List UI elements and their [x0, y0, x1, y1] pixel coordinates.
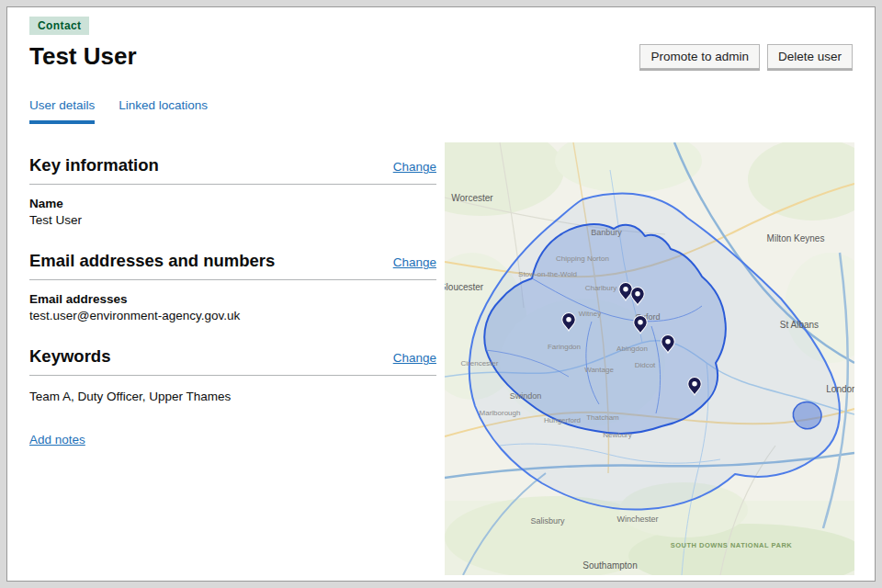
- map-pin[interactable]: [619, 282, 632, 300]
- promote-to-admin-button[interactable]: Promote to admin: [639, 44, 760, 69]
- change-key-information-link[interactable]: Change: [393, 160, 436, 174]
- change-keywords-link[interactable]: Change: [393, 351, 436, 365]
- tab-linked-locations[interactable]: Linked locations: [119, 98, 208, 124]
- delete-user-button[interactable]: Delete user: [767, 44, 853, 69]
- name-label: Name: [29, 197, 436, 210]
- keywords-heading: Keywords: [29, 346, 110, 367]
- key-information-section: Key information Change Name Test User: [29, 155, 436, 227]
- page-title: Test User: [29, 42, 137, 71]
- tab-bar: User details Linked locations: [29, 98, 853, 124]
- name-value: Test User: [29, 213, 436, 227]
- email-addresses-value: test.user@environment-agency.gov.uk: [29, 309, 436, 322]
- map[interactable]: WorcesterGloucesterBanburyMilton KeynesS…: [445, 142, 854, 575]
- email-addresses-label: Email addresses: [29, 292, 436, 306]
- keywords-section: Keywords Change Team A, Duty Officer, Up…: [29, 346, 436, 403]
- change-email-link[interactable]: Change: [393, 255, 436, 269]
- page: Contact Test User Promote to admin Delet…: [6, 6, 876, 582]
- map-pin[interactable]: [688, 377, 701, 395]
- add-notes-link[interactable]: Add notes: [29, 433, 85, 447]
- map-pin[interactable]: [634, 315, 647, 334]
- contact-tag: Contact: [29, 17, 89, 35]
- email-section: Email addresses and numbers Change Email…: [29, 251, 436, 322]
- map-pin[interactable]: [631, 287, 644, 305]
- map-pin-layer: [445, 142, 854, 575]
- details-panel: Key information Change Name Test User Em…: [29, 155, 436, 447]
- map-pin[interactable]: [662, 334, 674, 353]
- tab-user-details[interactable]: User details: [29, 98, 95, 124]
- key-information-heading: Key information: [29, 155, 159, 175]
- map-pin[interactable]: [562, 312, 575, 331]
- keywords-value: Team A, Duty Officer, Upper Thames: [29, 390, 436, 403]
- email-heading: Email addresses and numbers: [29, 251, 275, 271]
